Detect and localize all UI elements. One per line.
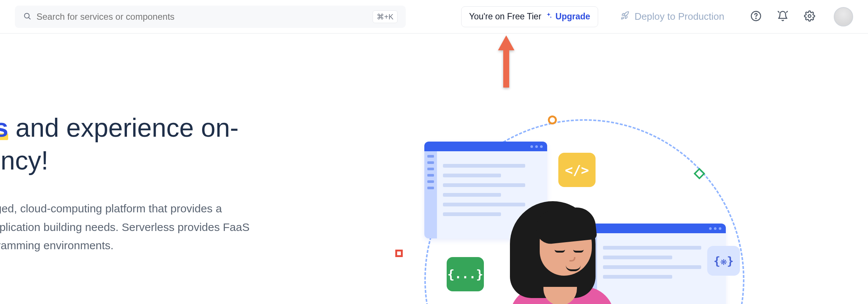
hero-section: s erless and experience on- efficiency! … [0, 75, 380, 255]
svg-point-3 [756, 18, 756, 19]
annotation-arrow-icon [495, 35, 517, 91]
deploy-label: Deploy to Production [635, 11, 724, 22]
person-illustration-icon [499, 194, 618, 304]
svg-marker-5 [498, 35, 514, 88]
tier-upgrade-pill: You're on Free Tier Upgrade [461, 6, 598, 27]
bell-icon[interactable] [777, 10, 788, 23]
svg-point-4 [808, 15, 811, 18]
tier-text: You're on Free Tier [469, 12, 541, 22]
hero-desc-3: multiple programming environments. [0, 239, 114, 251]
brace-chip-icon: {❋} [707, 246, 740, 276]
ring-accent-icon [548, 115, 557, 124]
square-accent-icon [395, 250, 403, 257]
deploy-button[interactable]: Deploy to Production [620, 10, 724, 23]
search-icon [23, 12, 31, 22]
avatar[interactable] [834, 7, 853, 26]
hero-title-rest1: and experience on- [8, 113, 239, 142]
sparkle-icon [545, 12, 552, 22]
hero-desc-2: re for your application building needs. … [0, 221, 249, 233]
svg-line-1 [29, 18, 30, 19]
upgrade-label: Upgrade [555, 12, 590, 22]
upgrade-button[interactable]: Upgrade [545, 12, 590, 22]
rocket-icon [620, 10, 630, 23]
gear-icon[interactable] [804, 10, 815, 23]
code-chip-icon: </> [558, 153, 596, 187]
hero-title-highlight: erless [0, 113, 8, 142]
hero-title: erless and experience on- efficiency! [0, 112, 380, 177]
search-shortcut-hint: ⌘+K [373, 10, 398, 23]
help-icon[interactable] [750, 10, 762, 23]
json-chip-icon: {...} [447, 257, 484, 291]
search-box[interactable]: ⌘+K [15, 6, 406, 28]
hero-desc-1: 's fully-managed, cloud-computing platfo… [0, 202, 222, 215]
header-bar: ⌘+K You're on Free Tier Upgrade Deploy t… [0, 0, 868, 34]
header-icon-group [750, 10, 815, 23]
hero-title-line2: efficiency! [0, 146, 48, 175]
hero-illustration: </> {...} {❋} [380, 108, 789, 304]
search-input[interactable] [36, 12, 373, 22]
hero-description: 's fully-managed, cloud-computing platfo… [0, 199, 380, 255]
breadcrumb-tail: s [0, 75, 380, 93]
